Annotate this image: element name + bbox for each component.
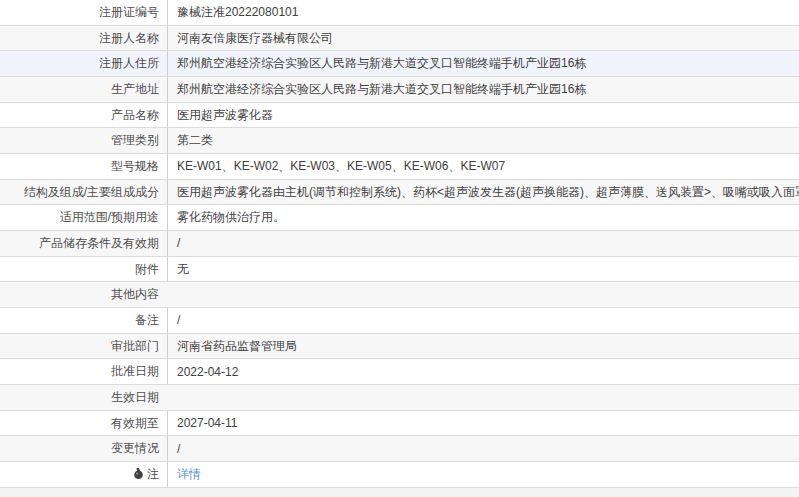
row-value-text: 无 bbox=[177, 261, 189, 278]
table-row: 备注/ bbox=[0, 308, 799, 334]
row-value: / bbox=[167, 436, 799, 461]
row-label-text: 型号规格 bbox=[111, 158, 159, 175]
row-label-text: 其他内容 bbox=[111, 286, 159, 303]
table-row: 有效期至2027-04-11 bbox=[0, 411, 799, 437]
row-value bbox=[167, 282, 799, 307]
row-label: 审批部门 bbox=[0, 334, 167, 359]
row-value bbox=[167, 385, 799, 410]
table-row: 结构及组成/主要组成成分医用超声波雾化器由主机(调节和控制系统)、药杯<超声波发… bbox=[0, 180, 799, 206]
table-row: 产品储存条件及有效期/ bbox=[0, 231, 799, 257]
table-row: 管理类别第二类 bbox=[0, 128, 799, 154]
row-label: 注册证编号 bbox=[0, 0, 167, 25]
row-label: 型号规格 bbox=[0, 154, 167, 179]
row-label-text: 生产地址 bbox=[111, 81, 159, 98]
row-label: 生效日期 bbox=[0, 385, 167, 410]
row-label: 注册人名称 bbox=[0, 26, 167, 51]
table-row: 注详情 bbox=[0, 462, 799, 488]
row-value-text: 2027-04-11 bbox=[177, 416, 238, 430]
row-value-text: KE-W01、KE-W02、KE-W03、KE-W05、KE-W06、KE-W0… bbox=[177, 158, 505, 175]
row-label: 生产地址 bbox=[0, 77, 167, 102]
lightbulb-icon bbox=[133, 468, 144, 480]
row-value-text: / bbox=[177, 313, 180, 327]
table-row: 产品名称医用超声波雾化器 bbox=[0, 103, 799, 129]
row-value: 河南省药品监督管理局 bbox=[167, 334, 799, 359]
table-row: 适用范围/预期用途雾化药物供治疗用。 bbox=[0, 205, 799, 231]
row-label-text: 管理类别 bbox=[111, 132, 159, 149]
row-label-text: 批准日期 bbox=[111, 363, 159, 380]
row-label: 注 bbox=[0, 462, 167, 487]
row-value-text: 雾化药物供治疗用。 bbox=[177, 209, 285, 226]
row-label-text: 产品储存条件及有效期 bbox=[39, 235, 159, 252]
row-label-text: 适用范围/预期用途 bbox=[60, 209, 159, 226]
row-value: 雾化药物供治疗用。 bbox=[167, 205, 799, 230]
row-value: 2027-04-11 bbox=[167, 411, 799, 436]
row-value: 郑州航空港经济综合实验区人民路与新港大道交叉口智能终端手机产业园16栋 bbox=[167, 51, 799, 76]
row-value: 医用超声波雾化器 bbox=[167, 103, 799, 128]
row-label-text: 生效日期 bbox=[111, 389, 159, 406]
row-value-text: 2022-04-12 bbox=[177, 365, 238, 379]
row-label-text: 产品名称 bbox=[111, 107, 159, 124]
row-value: 无 bbox=[167, 257, 799, 282]
table-row: 其他内容 bbox=[0, 282, 799, 308]
row-value-text: / bbox=[177, 236, 180, 250]
row-value-text: / bbox=[177, 442, 180, 456]
row-value-text: 郑州航空港经济综合实验区人民路与新港大道交叉口智能终端手机产业园16栋 bbox=[177, 55, 586, 72]
details-link[interactable]: 详情 bbox=[177, 466, 201, 483]
row-value: 第二类 bbox=[167, 128, 799, 153]
table-row: 批准日期2022-04-12 bbox=[0, 359, 799, 385]
row-value-text: 第二类 bbox=[177, 132, 213, 149]
row-value: KE-W01、KE-W02、KE-W03、KE-W05、KE-W06、KE-W0… bbox=[167, 154, 799, 179]
row-value-text: 河南省药品监督管理局 bbox=[177, 338, 297, 355]
row-label: 结构及组成/主要组成成分 bbox=[0, 180, 167, 205]
row-value: / bbox=[167, 308, 799, 333]
row-label-text: 附件 bbox=[135, 261, 159, 278]
row-value-text: 郑州航空港经济综合实验区人民路与新港大道交叉口智能终端手机产业园16栋 bbox=[177, 81, 586, 98]
row-label-text: 备注 bbox=[135, 312, 159, 329]
row-label: 产品名称 bbox=[0, 103, 167, 128]
row-value: 2022-04-12 bbox=[167, 359, 799, 384]
row-label: 批准日期 bbox=[0, 359, 167, 384]
row-label: 有效期至 bbox=[0, 411, 167, 436]
row-label: 注册人住所 bbox=[0, 51, 167, 76]
row-label: 变更情况 bbox=[0, 436, 167, 461]
row-label-text: 审批部门 bbox=[111, 338, 159, 355]
row-label-text: 注册证编号 bbox=[99, 4, 159, 21]
row-value: 河南友倍康医疗器械有限公司 bbox=[167, 26, 799, 51]
row-label-text: 有效期至 bbox=[111, 415, 159, 432]
row-label-text: 注册人名称 bbox=[99, 30, 159, 47]
row-value-text: 豫械注准20222080101 bbox=[177, 4, 298, 21]
row-value-text: 河南友倍康医疗器械有限公司 bbox=[177, 30, 333, 47]
row-label-text: 注册人住所 bbox=[99, 55, 159, 72]
table-row: 变更情况/ bbox=[0, 436, 799, 462]
row-value: 豫械注准20222080101 bbox=[167, 0, 799, 25]
row-label: 附件 bbox=[0, 257, 167, 282]
registration-detail-table: 注册证编号豫械注准20222080101注册人名称河南友倍康医疗器械有限公司注册… bbox=[0, 0, 799, 488]
table-row: 附件无 bbox=[0, 257, 799, 283]
table-row: 审批部门河南省药品监督管理局 bbox=[0, 334, 799, 360]
table-row: 注册人名称河南友倍康医疗器械有限公司 bbox=[0, 26, 799, 52]
table-row: 型号规格KE-W01、KE-W02、KE-W03、KE-W05、KE-W06、K… bbox=[0, 154, 799, 180]
table-row: 生产地址郑州航空港经济综合实验区人民路与新港大道交叉口智能终端手机产业园16栋 bbox=[0, 77, 799, 103]
page-background-strip bbox=[0, 488, 799, 497]
row-value-text: 医用超声波雾化器 bbox=[177, 107, 273, 124]
row-value-text: 医用超声波雾化器由主机(调节和控制系统)、药杯<超声波发生器(超声换能器)、超声… bbox=[177, 184, 799, 201]
row-value: 详情 bbox=[167, 462, 799, 487]
row-label: 管理类别 bbox=[0, 128, 167, 153]
row-label: 其他内容 bbox=[0, 282, 167, 307]
row-label-text: 注 bbox=[147, 466, 159, 483]
table-row: 生效日期 bbox=[0, 385, 799, 411]
row-value: 郑州航空港经济综合实验区人民路与新港大道交叉口智能终端手机产业园16栋 bbox=[167, 77, 799, 102]
row-label: 适用范围/预期用途 bbox=[0, 205, 167, 230]
table-row: 注册证编号豫械注准20222080101 bbox=[0, 0, 799, 26]
row-value: 医用超声波雾化器由主机(调节和控制系统)、药杯<超声波发生器(超声换能器)、超声… bbox=[167, 180, 799, 205]
row-value: / bbox=[167, 231, 799, 256]
table-row: 注册人住所郑州航空港经济综合实验区人民路与新港大道交叉口智能终端手机产业园16栋 bbox=[0, 51, 799, 77]
row-label: 备注 bbox=[0, 308, 167, 333]
row-label-text: 结构及组成/主要组成成分 bbox=[24, 184, 159, 201]
row-label: 产品储存条件及有效期 bbox=[0, 231, 167, 256]
row-label-text: 变更情况 bbox=[111, 440, 159, 457]
